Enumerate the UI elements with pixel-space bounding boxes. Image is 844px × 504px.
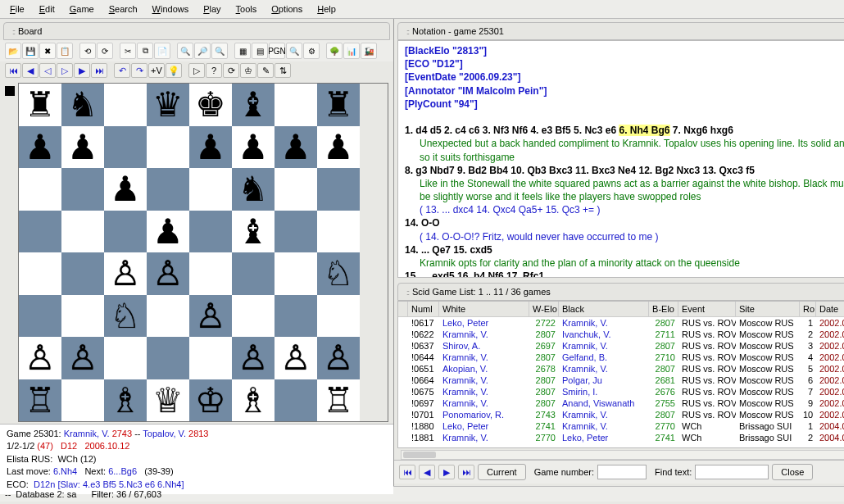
square-g1[interactable] [275, 379, 317, 422]
white-player[interactable]: Kramnik, V. [64, 429, 110, 438]
last-move[interactable]: 6.Nh4 [53, 466, 77, 476]
nav-btn-13[interactable]: ? [206, 63, 222, 78]
menu-windows[interactable]: Windows [146, 2, 196, 16]
square-b2[interactable]: ♙ [61, 337, 104, 379]
gamelist-row[interactable]: !0675Kramnik, V.2807Smirin, I.2676RUS vs… [398, 386, 844, 397]
square-h3[interactable] [317, 295, 360, 338]
gamelist-row[interactable]: !0701Ponomariov, R.2743Kramnik, V.2807RU… [398, 409, 844, 420]
square-e3[interactable]: ♙ [189, 295, 232, 338]
nav-btn-5[interactable]: ⏭ [91, 63, 107, 78]
square-g6[interactable] [275, 168, 317, 211]
menu-game[interactable]: Game [63, 2, 101, 16]
square-a6[interactable] [19, 168, 61, 211]
square-a4[interactable] [19, 252, 61, 295]
square-f4[interactable] [232, 252, 275, 295]
square-a5[interactable] [19, 211, 61, 253]
toolbar-btn-24[interactable]: 🚂 [361, 43, 377, 59]
game-list[interactable]: NumlWhiteW-EloBlackB-EloEventSiteRoDate … [397, 301, 844, 448]
square-d2[interactable] [147, 337, 189, 379]
col-header[interactable]: W-Elo [529, 302, 559, 316]
col-header[interactable]: Numl [408, 302, 439, 316]
horizontal-scrollbar[interactable] [401, 450, 844, 460]
toolbar-btn-18[interactable]: PGN [269, 43, 285, 59]
gamelist-row[interactable]: !0637Shirov, A.2697Kramnik, V.2807RUS vs… [398, 340, 844, 352]
next-move[interactable]: 6...Bg6 [108, 466, 137, 476]
square-c7[interactable] [104, 126, 147, 169]
col-header[interactable]: B-Elo [649, 302, 678, 316]
moves-seg1b[interactable]: 7. Nxg6 hxg6 [670, 125, 733, 136]
square-a7[interactable]: ♟ [19, 126, 61, 169]
nav-btn-14[interactable]: ⟳ [223, 63, 239, 78]
moves-seg4[interactable]: 14. ... Qe7 15. cxd5 [405, 243, 844, 257]
col-header[interactable] [398, 302, 408, 316]
nav-btn-2[interactable]: ◁ [39, 63, 56, 78]
square-c1[interactable]: ♗ [104, 379, 147, 422]
toolbar-btn-1[interactable]: 💾 [22, 43, 39, 59]
nav-btn-8[interactable]: ↷ [131, 63, 147, 78]
square-d5[interactable]: ♟ [147, 211, 189, 253]
moves-seg3[interactable]: 14. O-O [405, 216, 844, 229]
square-d8[interactable]: ♛ [147, 84, 189, 126]
nav-btn-17[interactable]: ⇅ [275, 63, 291, 78]
toolbar-btn-16[interactable]: ▦ [234, 43, 251, 59]
square-e8[interactable]: ♚ [189, 84, 232, 126]
square-h1[interactable]: ♖ [317, 379, 360, 422]
square-b7[interactable]: ♟ [61, 126, 104, 169]
gamelist-row[interactable]: !0622Kramnik, V.2807Ivanchuk, V.2711RUS … [398, 329, 844, 340]
menu-file[interactable]: File [3, 2, 31, 16]
square-b6[interactable] [61, 168, 104, 211]
square-c3[interactable]: ♘ [104, 295, 147, 338]
toolbar-btn-19[interactable]: 🔍 [286, 43, 302, 59]
toolbar-btn-6[interactable]: ⟳ [97, 43, 113, 59]
square-f7[interactable]: ♟ [232, 126, 275, 169]
square-e5[interactable] [189, 211, 232, 253]
find-text-input[interactable] [695, 465, 769, 479]
square-c4[interactable]: ♙ [104, 252, 147, 295]
menu-help[interactable]: Help [311, 2, 343, 16]
square-a2[interactable]: ♙ [19, 337, 61, 379]
square-d4[interactable]: ♙ [147, 252, 189, 295]
gamelist-row[interactable]: !0664Kramnik, V.2807Polgar, Ju2681RUS vs… [398, 375, 844, 386]
menu-search[interactable]: Search [102, 2, 144, 16]
moves-seg1[interactable]: 1. d4 d5 2. c4 c6 3. Nf3 Nf6 4. e3 Bf5 5… [405, 125, 619, 136]
game-number-input[interactable] [597, 465, 647, 479]
col-header[interactable]: Site [736, 302, 800, 316]
square-e4[interactable] [189, 252, 232, 295]
first-game-button[interactable]: ⏮ [399, 465, 415, 479]
nav-btn-9[interactable]: +V [148, 63, 165, 78]
nav-btn-12[interactable]: ▷ [188, 63, 205, 78]
toolbar-btn-9[interactable]: ⧉ [137, 43, 153, 59]
square-g7[interactable]: ♟ [275, 126, 317, 169]
square-e1[interactable]: ♔ [189, 379, 232, 422]
gamelist-row[interactable]: !0617Leko, Peter2722Kramnik, V.2807RUS v… [398, 317, 844, 329]
nav-btn-3[interactable]: ▷ [57, 63, 73, 78]
nav-btn-4[interactable]: ▶ [74, 63, 90, 78]
moves-seg5[interactable]: 15. ... exd5 16. b4 Nf6 17. Rfc1 [405, 270, 844, 278]
nav-btn-10[interactable]: 💡 [166, 63, 182, 78]
nav-btn-0[interactable]: ⏮ [5, 63, 21, 78]
menu-edit[interactable]: Edit [33, 2, 61, 16]
notation-area[interactable]: [BlackElo "2813"][ECO "D12"][EventDate "… [397, 40, 844, 278]
square-e7[interactable]: ♟ [189, 126, 232, 169]
eco-full[interactable]: D12n [Slav: 4.e3 Bf5 5.Nc3 e6 6.Nh4] [34, 479, 184, 489]
col-header[interactable]: Date [816, 302, 844, 316]
square-a1[interactable]: ♖ [19, 379, 61, 422]
square-h8[interactable]: ♜ [317, 84, 360, 126]
square-d1[interactable]: ♕ [147, 379, 189, 422]
square-d6[interactable] [147, 168, 189, 211]
variation-2[interactable]: ( 14. O-O-O!? Fritz, would never have oc… [405, 230, 844, 243]
square-c6[interactable]: ♟ [104, 168, 147, 211]
current-move[interactable]: 6. Nh4 [619, 125, 648, 136]
square-h2[interactable]: ♙ [317, 337, 360, 379]
toolbar-btn-13[interactable]: 🔎 [194, 43, 211, 59]
moves-seg2[interactable]: 8. g3 Nbd7 9. Bd2 Bb4 10. Qb3 Bxc3 11. B… [405, 164, 844, 177]
square-g8[interactable] [275, 84, 317, 126]
gamelist-row[interactable]: !1880Leko, Peter2741Kramnik, V.2770WChBr… [398, 420, 844, 432]
square-f8[interactable]: ♝ [232, 84, 275, 126]
square-c8[interactable] [104, 84, 147, 126]
menu-tools[interactable]: Tools [229, 2, 264, 16]
toolbar-btn-12[interactable]: 🔍 [177, 43, 193, 59]
nav-btn-1[interactable]: ◀ [22, 63, 39, 78]
toolbar-btn-0[interactable]: 📂 [5, 43, 21, 59]
toolbar-btn-20[interactable]: ⚙ [303, 43, 320, 59]
